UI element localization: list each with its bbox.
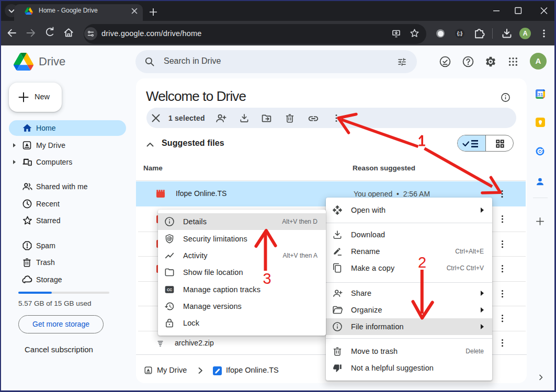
svg-text:CC: CC xyxy=(167,288,172,292)
svg-text:31: 31 xyxy=(538,91,543,97)
